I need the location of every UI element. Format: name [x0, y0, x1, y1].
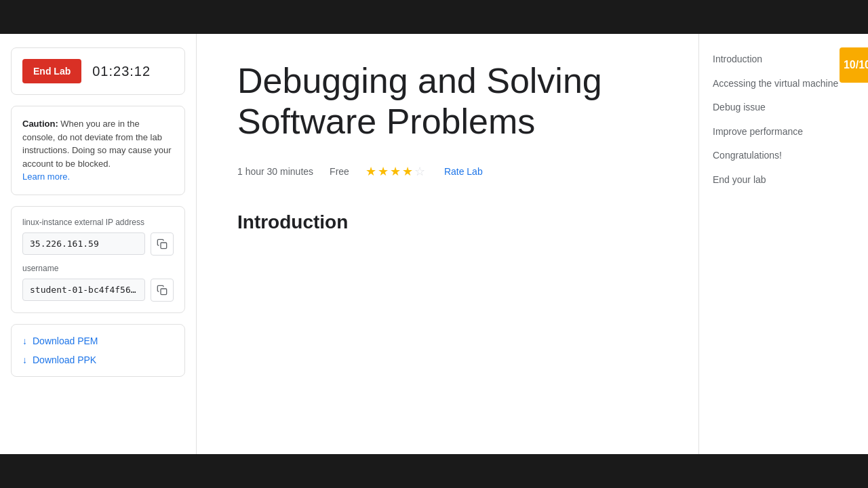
- learn-more-link[interactable]: Learn more.: [22, 171, 70, 182]
- nav-item-end-lab[interactable]: End your lab: [710, 168, 857, 192]
- ip-field-value: 35.226.161.59: [22, 232, 145, 255]
- username-field-row: student-01-bc4f4f56822:: [22, 279, 174, 302]
- right-nav: 10/10 Introduction Accessing the virtual…: [698, 34, 868, 454]
- rate-lab-link[interactable]: Rate Lab: [444, 166, 483, 177]
- svg-rect-1: [161, 289, 167, 295]
- main-content: End Lab 01:23:12 Caution: When you are i…: [0, 34, 868, 454]
- sidebar: End Lab 01:23:12 Caution: When you are i…: [0, 34, 197, 454]
- copy-icon-2: [157, 285, 167, 296]
- timer-display: 01:23:12: [92, 64, 151, 79]
- cost-label: Free: [330, 166, 349, 177]
- lab-controls: End Lab 01:23:12: [11, 47, 185, 95]
- star-4: ★: [402, 164, 413, 179]
- nav-item-congratulations[interactable]: Congratulations!: [710, 144, 857, 168]
- copy-ip-button[interactable]: [151, 232, 174, 256]
- nav-item-improve[interactable]: Improve performance: [710, 120, 857, 144]
- caution-box: Caution: When you are in the console, do…: [11, 106, 185, 195]
- nav-item-introduction[interactable]: Introduction: [710, 47, 857, 72]
- username-field-value: student-01-bc4f4f56822:: [22, 279, 145, 301]
- star-1: ★: [366, 164, 376, 179]
- download-pem-link[interactable]: ↓ Download PEM: [22, 336, 174, 346]
- caution-prefix: Caution:: [22, 119, 58, 129]
- ip-field-label: linux-instance external IP address: [22, 218, 174, 227]
- download-ppk-label: Download PPK: [33, 354, 96, 365]
- duration-label: 1 hour 30 minutes: [237, 166, 313, 177]
- lab-title: Debugging and Solving Software Problems: [237, 61, 658, 142]
- nav-item-accessing[interactable]: Accessing the virtual machine: [710, 72, 857, 96]
- ip-field-section: linux-instance external IP address 35.22…: [11, 206, 185, 313]
- star-3: ★: [390, 164, 401, 179]
- bottom-bar: [0, 454, 868, 488]
- svg-rect-0: [161, 243, 167, 249]
- download-pem-label: Download PEM: [33, 336, 98, 346]
- star-rating: ★ ★ ★ ★ ☆: [366, 164, 425, 179]
- download-section: ↓ Download PEM ↓ Download PPK: [11, 324, 185, 377]
- section-introduction-title: Introduction: [237, 211, 658, 233]
- star-5-half: ☆: [414, 164, 425, 179]
- lab-meta: 1 hour 30 minutes Free ★ ★ ★ ★ ☆ Rate La…: [237, 164, 658, 179]
- copy-icon: [157, 239, 167, 249]
- download-ppk-link[interactable]: ↓ Download PPK: [22, 354, 174, 365]
- score-badge: 10/10: [840, 47, 868, 83]
- username-field-label: username: [22, 264, 174, 273]
- star-2: ★: [378, 164, 389, 179]
- end-lab-button[interactable]: End Lab: [22, 59, 81, 83]
- lab-content: Debugging and Solving Software Problems …: [197, 34, 698, 454]
- download-pem-icon: ↓: [22, 336, 27, 346]
- ip-field-row: 35.226.161.59: [22, 232, 174, 256]
- nav-item-debug[interactable]: Debug issue: [710, 96, 857, 120]
- download-ppk-icon: ↓: [22, 354, 27, 365]
- top-bar: [0, 0, 868, 34]
- copy-username-button[interactable]: [151, 279, 174, 302]
